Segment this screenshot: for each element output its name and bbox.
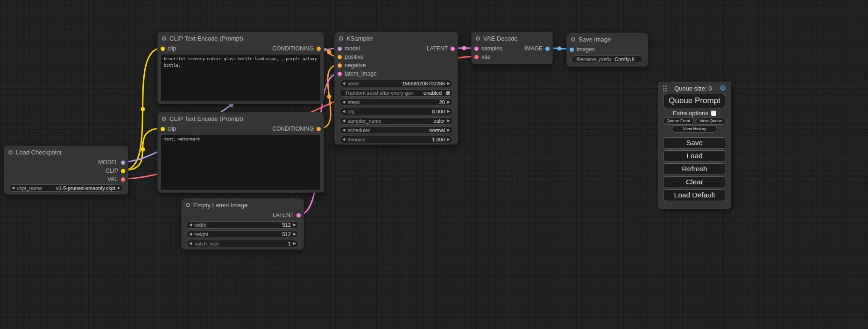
widget-filename-prefix[interactable]: filename_prefix ComfyUI xyxy=(572,56,643,63)
node-save-image[interactable]: Save Image images filename_prefix ComfyU… xyxy=(566,33,648,67)
collapse-dot[interactable] xyxy=(8,150,13,154)
increment-arrow-icon[interactable]: ▶ xyxy=(293,242,296,245)
node-graph-canvas[interactable]: Load Checkpoint MODEL CLIP VAE ◀ ckpt_na… xyxy=(0,0,868,329)
decrement-arrow-icon[interactable]: ◀ xyxy=(189,242,192,245)
widget-seed[interactable]: ◀ seed 156680208700286 ▶ xyxy=(339,80,453,87)
input-port-positive[interactable] xyxy=(338,55,342,59)
input-slot-row: images xyxy=(567,45,648,54)
node-title-bar[interactable]: Empty Latent Image xyxy=(182,199,303,211)
node-empty-latent-image[interactable]: Empty Latent Image LATENT ◀ width 512 ▶ … xyxy=(181,198,304,250)
widget-value: 512 xyxy=(282,222,290,228)
node-title: CLIP Text Encode (Prompt) xyxy=(169,35,243,42)
output-port-conditioning[interactable] xyxy=(317,47,321,51)
decrement-arrow-icon[interactable]: ◀ xyxy=(342,138,345,141)
input-port-vae[interactable] xyxy=(474,55,479,59)
collapse-dot[interactable] xyxy=(162,36,166,41)
increment-arrow-icon[interactable]: ▶ xyxy=(118,186,120,190)
load-button[interactable]: Load xyxy=(663,150,726,162)
widget-label: scheduler xyxy=(347,127,370,133)
node-title-bar[interactable]: KSampler xyxy=(335,32,458,44)
extra-options-checkbox[interactable] xyxy=(711,111,716,116)
toggle-dot-icon[interactable] xyxy=(446,91,450,95)
menu-drag-handle[interactable] xyxy=(663,85,667,91)
decrement-arrow-icon[interactable]: ◀ xyxy=(342,128,345,132)
view-queue-button[interactable]: View Queue xyxy=(696,118,727,125)
widget-value: 1 xyxy=(288,241,291,246)
clear-button[interactable]: Clear xyxy=(663,176,726,188)
increment-arrow-icon[interactable]: ▶ xyxy=(293,223,296,227)
widget-denoise[interactable]: ◀ denoise 1.000 ▶ xyxy=(339,136,453,143)
input-port-latent-image[interactable] xyxy=(338,72,342,76)
input-port-images[interactable] xyxy=(570,48,574,52)
widget-value: euler xyxy=(433,118,445,124)
decrement-arrow-icon[interactable]: ◀ xyxy=(342,119,345,123)
widget-width[interactable]: ◀ width 512 ▶ xyxy=(186,221,299,229)
widget-label: denoise xyxy=(347,137,366,142)
save-button[interactable]: Save xyxy=(663,137,726,149)
output-port-image[interactable] xyxy=(545,47,550,51)
widget-label: sampler_name xyxy=(347,118,381,124)
widget-scheduler[interactable]: ◀ scheduler normal ▶ xyxy=(339,126,453,134)
decrement-arrow-icon[interactable]: ◀ xyxy=(12,186,14,190)
widget-sampler-name[interactable]: ◀ sampler_name euler ▶ xyxy=(339,117,453,125)
collapse-dot[interactable] xyxy=(339,36,343,41)
prompt-textarea[interactable]: text, watermark xyxy=(161,135,320,190)
node-ksampler[interactable]: KSampler model LATENT positive negative … xyxy=(334,32,458,145)
settings-gear-icon[interactable]: ⚙ xyxy=(720,84,726,92)
output-port-latent[interactable] xyxy=(451,47,455,51)
output-label: CONDITIONING xyxy=(272,126,314,132)
increment-arrow-icon[interactable]: ▶ xyxy=(447,100,450,104)
node-title-bar[interactable]: CLIP Text Encode (Prompt) xyxy=(158,32,324,44)
widget-steps[interactable]: ◀ steps 20 ▶ xyxy=(339,98,453,106)
output-port-model[interactable] xyxy=(121,161,125,165)
input-slot-row: vae xyxy=(472,53,552,61)
refresh-button[interactable]: Refresh xyxy=(663,163,726,175)
collapse-dot[interactable] xyxy=(186,203,190,207)
increment-arrow-icon[interactable]: ▶ xyxy=(447,82,450,85)
collapse-dot[interactable] xyxy=(476,36,480,41)
input-port-negative[interactable] xyxy=(338,63,342,68)
link-midpoint-dot xyxy=(141,147,145,152)
node-title-bar[interactable]: VAE Decode xyxy=(472,32,552,44)
decrement-arrow-icon[interactable]: ◀ xyxy=(342,100,345,104)
node-load-checkpoint[interactable]: Load Checkpoint MODEL CLIP VAE ◀ ckpt_na… xyxy=(4,146,128,195)
view-history-button[interactable]: View History xyxy=(672,126,717,133)
decrement-arrow-icon[interactable]: ◀ xyxy=(342,82,345,85)
increment-arrow-icon[interactable]: ▶ xyxy=(447,110,450,113)
node-vae-decode[interactable]: VAE Decode samples IMAGE vae xyxy=(471,32,553,64)
input-port-clip[interactable] xyxy=(161,127,165,131)
collapse-dot[interactable] xyxy=(571,37,575,42)
output-port-conditioning[interactable] xyxy=(317,127,321,131)
collapse-dot[interactable] xyxy=(162,117,166,121)
output-port-clip[interactable] xyxy=(121,169,125,173)
node-clip-text-encode-positive[interactable]: CLIP Text Encode (Prompt) clip CONDITION… xyxy=(157,32,324,104)
node-title-bar[interactable]: CLIP Text Encode (Prompt) xyxy=(158,112,324,125)
input-port-clip[interactable] xyxy=(161,47,165,51)
node-clip-text-encode-negative[interactable]: CLIP Text Encode (Prompt) clip CONDITION… xyxy=(157,112,324,193)
output-port-latent[interactable] xyxy=(296,213,301,217)
decrement-arrow-icon[interactable]: ◀ xyxy=(189,232,192,236)
input-port-model[interactable] xyxy=(338,47,342,51)
increment-arrow-icon[interactable]: ▶ xyxy=(447,138,450,141)
queue-prompt-button[interactable]: Queue Prompt xyxy=(663,94,726,108)
prompt-textarea[interactable]: beautiful scenery nature glass bottle la… xyxy=(161,55,320,101)
widget-random-seed-toggle[interactable]: Random seed after every gen enabled xyxy=(339,89,453,97)
node-title-bar[interactable]: Load Checkpoint xyxy=(4,146,128,158)
node-title-bar[interactable]: Save Image xyxy=(567,33,648,45)
increment-arrow-icon[interactable]: ▶ xyxy=(447,119,450,123)
decrement-arrow-icon[interactable]: ◀ xyxy=(189,223,192,227)
decrement-arrow-icon[interactable]: ◀ xyxy=(342,110,345,113)
output-port-vae[interactable] xyxy=(121,177,125,182)
output-label: IMAGE xyxy=(524,45,543,52)
link-midpoint-dot xyxy=(141,107,145,112)
widget-ckpt-name[interactable]: ◀ ckpt_name v1-5-pruned-emaonly.ckpt ▶ xyxy=(9,184,123,192)
load-default-button[interactable]: Load Default xyxy=(663,189,726,201)
widget-height[interactable]: ◀ height 512 ▶ xyxy=(186,231,299,238)
link-midpoint-dot xyxy=(557,47,562,51)
increment-arrow-icon[interactable]: ▶ xyxy=(447,128,450,132)
widget-batch-size[interactable]: ◀ batch_size 1 ▶ xyxy=(186,240,299,247)
input-port-samples[interactable] xyxy=(474,47,479,51)
increment-arrow-icon[interactable]: ▶ xyxy=(293,232,296,236)
queue-front-button[interactable]: Queue Front xyxy=(663,118,694,125)
widget-cfg[interactable]: ◀ cfg 8.000 ▶ xyxy=(339,108,453,115)
